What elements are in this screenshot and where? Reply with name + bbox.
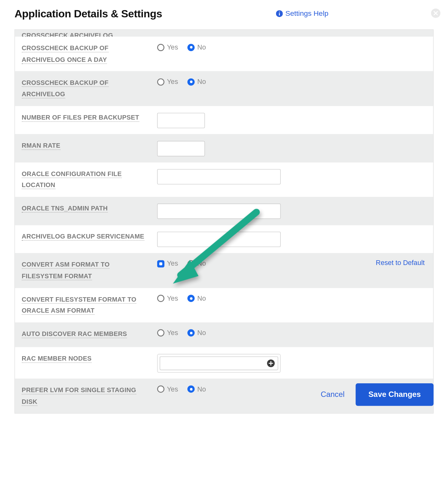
rac-member-nodes-input[interactable] xyxy=(160,356,278,370)
svg-rect-5 xyxy=(269,363,273,364)
radio-yes[interactable] xyxy=(157,386,164,393)
settings-panel: CROSSCHECK ARCHIVELOGYesNoCROSSCHECK BAC… xyxy=(15,29,433,414)
close-icon xyxy=(433,10,438,17)
setting-label: CROSSCHECK BACKUP OF ARCHIVELOG xyxy=(22,79,109,98)
radio-label: Yes xyxy=(167,329,178,337)
radio-option-yes[interactable]: Yes xyxy=(157,295,178,302)
radio-option-yes[interactable]: Yes xyxy=(157,44,178,51)
info-icon xyxy=(276,10,283,17)
setting-row-auto-discover-rac-members: AUTO DISCOVER RAC MEMBERSYesNo xyxy=(15,322,433,347)
number-of-files-per-backupset-input[interactable] xyxy=(157,113,205,128)
radio-label: Yes xyxy=(167,386,178,393)
radio-label: No xyxy=(197,260,206,268)
radio-option-yes[interactable]: Yes xyxy=(157,260,178,268)
radio-label: Yes xyxy=(167,295,178,302)
radio-option-no[interactable]: No xyxy=(187,78,206,86)
setting-label: AUTO DISCOVER RAC MEMBERS xyxy=(22,330,127,338)
add-node-icon[interactable] xyxy=(267,359,275,368)
radio-label: No xyxy=(197,329,206,337)
setting-label: PREFER LVM FOR SINGLE STAGING DISK xyxy=(22,386,136,406)
setting-row-oracle-tns-admin-path: ORACLE TNS_ADMIN PATH xyxy=(15,197,433,225)
radio-yes[interactable] xyxy=(157,44,164,51)
dialog-footer: Cancel Save Changes xyxy=(321,383,433,406)
setting-row-archivelog-backup-servicename: ARCHIVELOG BACKUP SERVICENAME xyxy=(15,225,433,253)
setting-label: CONVERT FILESYSTEM FORMAT TO ORACLE ASM … xyxy=(22,295,136,315)
settings-help-link[interactable]: Settings Help xyxy=(276,9,328,18)
setting-row-crosscheck-backup-of-archivelog: CROSSCHECK BACKUP OF ARCHIVELOGYesNo xyxy=(15,71,433,106)
setting-row-convert-filesystem-format-to-oracle-asm-format: CONVERT FILESYSTEM FORMAT TO ORACLE ASM … xyxy=(15,288,433,322)
dialog-header: Application Details & Settings Settings … xyxy=(0,0,448,29)
setting-row-number-of-files-per-backupset: NUMBER OF FILES PER BACKUPSET xyxy=(15,106,433,134)
setting-row-convert-asm-format-to-filesystem-format: CONVERT ASM FORMAT TO FILESYSTEM FORMATY… xyxy=(15,253,433,288)
setting-label: ORACLE TNS_ADMIN PATH xyxy=(22,204,108,213)
rman-rate-input[interactable] xyxy=(157,141,205,156)
radio-option-no[interactable]: No xyxy=(187,44,206,51)
archivelog-backup-servicename-input[interactable] xyxy=(157,232,281,247)
oracle-tns-admin-path-input[interactable] xyxy=(157,203,281,219)
radio-label: No xyxy=(197,295,206,302)
radio-label: No xyxy=(197,78,206,86)
radio-no[interactable] xyxy=(187,260,195,267)
radio-label: No xyxy=(197,44,206,51)
radio-option-no[interactable]: No xyxy=(187,386,206,393)
radio-label: Yes xyxy=(167,260,178,268)
radio-label: Yes xyxy=(167,44,178,51)
save-changes-button[interactable]: Save Changes xyxy=(356,383,433,406)
radio-no[interactable] xyxy=(187,78,195,85)
setting-label: CROSSCHECK ARCHIVELOG xyxy=(22,32,113,37)
radio-no[interactable] xyxy=(187,329,195,337)
setting-row-rac-member-nodes: RAC MEMBER NODES xyxy=(15,347,433,379)
radio-option-yes[interactable]: Yes xyxy=(157,329,178,337)
svg-rect-2 xyxy=(279,12,280,13)
radio-option-no[interactable]: No xyxy=(187,295,206,302)
radio-yes[interactable] xyxy=(157,260,164,267)
oracle-configuration-file-location-input[interactable] xyxy=(157,169,281,185)
setting-row-crosscheck-backup-of-archivelog-once-a-day: CROSSCHECK BACKUP OF ARCHIVELOG ONCE A D… xyxy=(15,37,433,71)
setting-label: CROSSCHECK BACKUP OF ARCHIVELOG ONCE A D… xyxy=(22,44,109,64)
setting-label: NUMBER OF FILES PER BACKUPSET xyxy=(22,114,139,122)
setting-label: CONVERT ASM FORMAT TO FILESYSTEM FORMAT xyxy=(22,261,110,280)
radio-yes[interactable] xyxy=(157,295,164,302)
cancel-button[interactable]: Cancel xyxy=(321,390,345,399)
radio-option-no[interactable]: No xyxy=(187,260,206,268)
setting-row-oracle-configuration-file-location: ORACLE CONFIGURATION FILE LOCATION xyxy=(15,162,433,197)
radio-option-no[interactable]: No xyxy=(187,329,206,337)
radio-option-yes[interactable]: Yes xyxy=(157,386,178,393)
svg-rect-1 xyxy=(279,13,280,15)
setting-label: ARCHIVELOG BACKUP SERVICENAME xyxy=(22,233,144,241)
setting-label: ORACLE CONFIGURATION FILE LOCATION xyxy=(22,170,122,189)
close-button[interactable] xyxy=(431,9,440,18)
setting-row-rman-rate: RMAN RATE xyxy=(15,134,433,162)
radio-yes[interactable] xyxy=(157,78,164,85)
radio-label: Yes xyxy=(167,78,178,86)
rac-member-nodes-box xyxy=(157,354,281,373)
reset-to-default-link[interactable]: Reset to Default xyxy=(376,259,425,267)
radio-yes[interactable] xyxy=(157,329,164,337)
radio-label: No xyxy=(197,386,206,393)
settings-help-label: Settings Help xyxy=(286,9,329,18)
radio-option-yes[interactable]: Yes xyxy=(157,78,178,86)
setting-label: RMAN RATE xyxy=(22,142,60,150)
setting-row-crosscheck-archivelog: CROSSCHECK ARCHIVELOGYesNo xyxy=(15,30,433,37)
setting-label: RAC MEMBER NODES xyxy=(22,355,91,363)
radio-no[interactable] xyxy=(187,295,195,302)
page-title: Application Details & Settings xyxy=(15,8,162,20)
radio-no[interactable] xyxy=(187,386,195,393)
radio-no[interactable] xyxy=(187,44,195,51)
